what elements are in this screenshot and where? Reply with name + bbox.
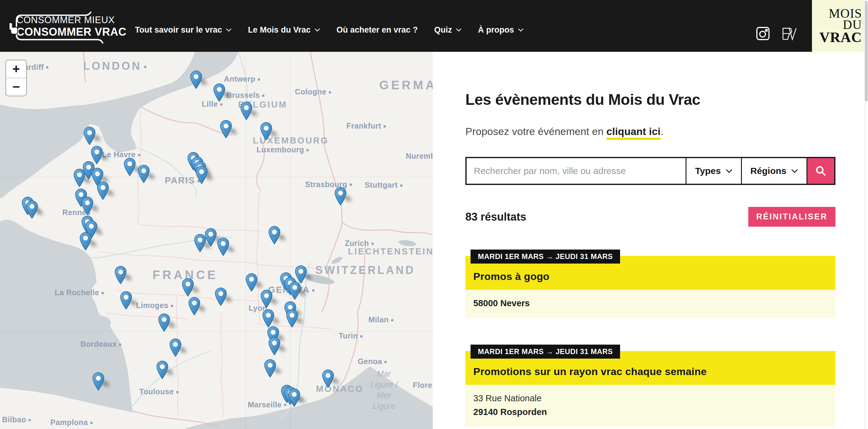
map-pin[interactable]: [334, 187, 347, 206]
page-title: Les évènements du Mois du Vrac: [465, 91, 835, 109]
propose-event-prefix: Proposez votre événement en: [465, 125, 607, 137]
main-nav: Tout savoir sur le vracLe Mois du VracOù…: [135, 0, 524, 52]
site-logo[interactable]: CONSOMMER MIEUX CONSOMMER VRAC: [9, 8, 113, 44]
map-pin[interactable]: [240, 101, 252, 120]
chevron-down-icon: [456, 28, 461, 32]
results-row: 83 résultats RÉINITIALISER: [465, 207, 835, 227]
nav-item-4[interactable]: À propos: [478, 25, 524, 35]
instagram-icon[interactable]: [756, 27, 770, 40]
regions-dropdown[interactable]: Régions: [741, 158, 806, 184]
logo-line2: CONSOMMER VRAC: [17, 26, 126, 38]
chevron-down-icon: [226, 28, 231, 32]
event-address-line: 29140 Rosporden: [473, 407, 828, 417]
search-input[interactable]: [467, 158, 686, 184]
nav-item-label: Le Mois du Vrac: [248, 25, 311, 35]
badge-line2: DU: [843, 19, 862, 30]
event-card-body: 33 Rue Nationale 29140 Rosporden: [465, 385, 835, 427]
map-pin[interactable]: [289, 281, 301, 300]
event-card[interactable]: MARDI 1ER MARS → JEUDI 31 MARS Promotion…: [465, 351, 835, 427]
map-pin[interactable]: [264, 359, 276, 378]
map-pin[interactable]: [158, 313, 170, 332]
map-pin[interactable]: [260, 289, 273, 308]
map-pin[interactable]: [213, 83, 225, 102]
map-pin[interactable]: [73, 168, 86, 187]
map-pin[interactable]: [156, 361, 168, 379]
map-zoom-control: + −: [5, 60, 27, 96]
map-pin[interactable]: [268, 337, 280, 356]
nav-item-label: Tout savoir sur le vrac: [135, 25, 222, 35]
map-pin[interactable]: [217, 237, 229, 256]
mois-du-vrac-badge[interactable]: MOIS DU VRAC: [812, 0, 868, 52]
search-icon: [815, 165, 827, 177]
map-pin[interactable]: [182, 278, 194, 297]
nav-item-label: À propos: [478, 25, 514, 35]
reseau-vrac-icon[interactable]: [781, 26, 797, 41]
event-card-body: 58000 Nevers: [465, 290, 835, 318]
types-dropdown-label: Types: [695, 166, 721, 176]
chevron-down-icon: [791, 169, 798, 173]
header-social-icons: [756, 26, 797, 41]
map-pin[interactable]: [26, 200, 38, 219]
chevron-down-icon: [315, 28, 320, 32]
nav-item-label: Quiz: [434, 25, 452, 35]
propose-event-link[interactable]: cliquant ici: [607, 125, 660, 140]
nav-item-2[interactable]: Où acheter en vrac ?: [337, 25, 418, 35]
zoom-in-button[interactable]: +: [6, 60, 26, 78]
propose-event-text: Proposez votre événement en cliquant ici…: [465, 125, 835, 137]
regions-dropdown-label: Régions: [750, 166, 786, 176]
top-navigation-bar: CONSOMMER MIEUX CONSOMMER VRAC Tout savo…: [0, 0, 868, 52]
map-pin[interactable]: [97, 181, 109, 200]
nav-item-1[interactable]: Le Mois du Vrac: [248, 25, 320, 35]
map-pin[interactable]: [169, 338, 182, 357]
map-pin[interactable]: [262, 309, 274, 328]
event-address-line: 58000 Nevers: [473, 298, 828, 308]
search-submit-button[interactable]: [806, 158, 834, 184]
map-pin[interactable]: [80, 232, 92, 250]
event-title: Promotions sur un rayon vrac chaque sema…: [473, 366, 828, 377]
map-pin[interactable]: [190, 70, 202, 89]
map-pin[interactable]: [138, 164, 150, 183]
types-dropdown[interactable]: Types: [686, 158, 741, 184]
event-card[interactable]: MARDI 1ER MARS → JEUDI 31 MARS Promos à …: [465, 256, 835, 318]
events-map[interactable]: LONDONCardiffAntwerpBrusselsLilleBELGIUM…: [0, 52, 433, 429]
nav-item-label: Où acheter en vrac ?: [337, 25, 418, 35]
map-pin[interactable]: [260, 122, 272, 141]
nav-item-0[interactable]: Tout savoir sur le vrac: [135, 25, 231, 35]
map-pin[interactable]: [124, 157, 136, 176]
chevron-down-icon: [726, 169, 733, 173]
event-title: Promos à gogo: [473, 271, 828, 282]
event-address-line: 33 Rue Nationale: [473, 393, 828, 403]
search-bar: Types Régions: [465, 157, 835, 185]
event-date-badge: MARDI 1ER MARS → JEUDI 31 MARS: [470, 249, 620, 264]
logo-line1: CONSOMMER MIEUX: [17, 14, 115, 26]
map-pin[interactable]: [92, 372, 104, 391]
page-scrollbar[interactable]: [864, 0, 868, 429]
reset-filters-button[interactable]: RÉINITIALISER: [748, 207, 835, 227]
map-pin[interactable]: [268, 226, 280, 245]
map-pin[interactable]: [81, 196, 93, 215]
zoom-out-button[interactable]: −: [6, 78, 26, 96]
map-pin[interactable]: [115, 266, 127, 284]
map-pin[interactable]: [220, 120, 232, 139]
events-panel: Les évènements du Mois du Vrac Proposez …: [433, 52, 868, 429]
map-pin[interactable]: [246, 273, 258, 292]
map-pin[interactable]: [286, 309, 298, 328]
map-pin[interactable]: [84, 126, 96, 145]
badge-line3: VRAC: [819, 30, 862, 44]
map-pin[interactable]: [188, 297, 200, 315]
page: CONSOMMER MIEUX CONSOMMER VRAC Tout savo…: [0, 0, 868, 429]
nav-item-3[interactable]: Quiz: [434, 25, 462, 35]
propose-event-suffix: .: [660, 125, 663, 137]
map-pin[interactable]: [120, 291, 132, 310]
scrollbar-thumb[interactable]: [865, 1, 868, 101]
mouse-cursor: [7, 22, 19, 35]
results-count: 83 résultats: [465, 211, 526, 223]
map-pin[interactable]: [195, 165, 208, 184]
map-pin[interactable]: [194, 234, 206, 253]
map-pin[interactable]: [288, 388, 300, 407]
map-pin[interactable]: [322, 369, 334, 388]
map-pins-layer: [0, 52, 433, 429]
chevron-down-icon: [518, 28, 524, 32]
map-pin[interactable]: [215, 287, 227, 306]
event-date-badge: MARDI 1ER MARS → JEUDI 31 MARS: [470, 345, 620, 359]
